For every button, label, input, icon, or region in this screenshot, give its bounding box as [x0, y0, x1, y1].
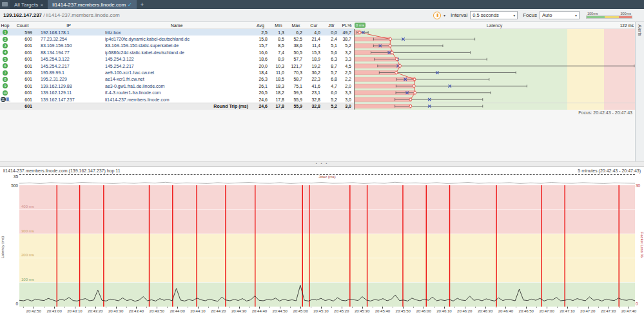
time-label: 20:44:50 [273, 309, 288, 313]
time-tick [629, 307, 629, 309]
name-cell: li1414-237.members.linode.com [102, 96, 251, 103]
tab-bar: All Targets ✕ li1414-237.members.linode.… [0, 0, 644, 9]
table-row[interactable]: 460188.134.194.77ip5886c24d.static.kabel… [0, 49, 635, 56]
cur-cell: 32,8 [305, 96, 323, 103]
time-label: 20:44:00 [170, 309, 184, 313]
minor-tick [393, 307, 393, 308]
tab-target[interactable]: li1414-237.members.linode.com ✓ [48, 0, 137, 9]
time-label: 20:43:00 [46, 309, 61, 313]
avg-cell: 18,6 [251, 56, 270, 63]
table-row[interactable]: 8601195.2.31.229ae14-xcr1.fri.cw.net26,3… [0, 76, 635, 83]
pause-dropdown-icon[interactable]: ▾ [444, 13, 445, 17]
latency-cell [354, 36, 635, 42]
ip-cell: 195.2.31.229 [35, 76, 102, 83]
pl-min-label: 0 [636, 301, 638, 306]
name-cell: ip4d1720fe.dynamic.kabel-deutschland.de [102, 36, 251, 42]
time-axis: 20:42:5020:43:0020:43:1020:43:2020:43:30… [19, 307, 635, 315]
col-header-min[interactable]: Min [270, 22, 287, 28]
timeline-svg [19, 185, 635, 307]
interval-select[interactable]: 0,5 seconds ▾ [470, 11, 518, 19]
latency-scale-widget[interactable]: 100ms 300ms [586, 12, 632, 19]
time-tick [259, 307, 260, 309]
pl-cell: 38,7 [340, 36, 354, 42]
latency-max-label: 500 [11, 183, 18, 188]
toolbar: 139.162.147.237 / li1414-237.members.lin… [0, 9, 644, 22]
jitter-trace [19, 182, 635, 183]
time-label: 20:44:40 [252, 309, 267, 313]
alerts-tab-label: Alerts [638, 25, 642, 161]
hop-cell: 7 [0, 69, 10, 76]
table-row[interactable]: 10601139.162.129.11if-4-3.router1-fra.li… [0, 90, 635, 96]
timeline-panel: li1414-237.members.linode.com (139.162.1… [0, 167, 644, 315]
min-cell: 1,3 [270, 29, 287, 36]
min-cell: 8,5 [270, 36, 287, 42]
focus-select[interactable]: Auto ▾ [540, 11, 580, 19]
col-header-cur[interactable]: Cur [305, 22, 323, 28]
min-cell: 18,3 [270, 83, 287, 89]
minor-tick [536, 307, 537, 308]
pl-cell: 5,2 [340, 43, 354, 49]
gridline-label: 200 ms [21, 253, 34, 257]
latency-header-label: Latency [487, 23, 503, 28]
alerts-tab[interactable]: Alerts [635, 22, 644, 161]
col-header-pl[interactable]: PL% [340, 22, 354, 28]
time-label: 20:42:50 [26, 309, 41, 313]
col-header-avg[interactable]: Avg [251, 22, 270, 28]
table-row[interactable]: 360183.169.159.15083-169-159-150.static.… [0, 43, 635, 49]
count-cell: 601 [10, 69, 35, 76]
hop-badge: 8 [3, 77, 8, 82]
time-label: 20:47:30 [601, 309, 616, 313]
time-tick [177, 307, 178, 309]
col-header-count[interactable]: Count [10, 22, 35, 28]
cur-cell: 11,4 [305, 43, 323, 49]
time-tick [424, 307, 424, 309]
avg-cell: 2,5 [251, 29, 270, 36]
scale-low-label: 100ms [587, 12, 598, 15]
table-row[interactable]: 6601145.254.2.217145.254.2.21720,010,312… [0, 63, 635, 69]
name-cell: 83-169-159-150.static.superkabel.de [102, 43, 251, 49]
minor-tick [290, 307, 291, 308]
col-header-name[interactable]: Name [102, 22, 251, 28]
table-row[interactable]: 5601145.254.3.122145.254.3.12218,68,957,… [0, 56, 635, 63]
max-cell: 6,2 [287, 29, 305, 36]
time-label: 20:45:10 [313, 309, 328, 313]
time-label: 20:46:00 [416, 309, 431, 313]
col-header-hop[interactable]: Hop [0, 22, 10, 28]
name-cell: if-4-3.router1-fra.linode.com [102, 90, 251, 96]
cur-cell: 32,8 [305, 103, 323, 109]
ip-cell: 145.254.2.217 [35, 63, 102, 69]
table-row[interactable]: 7601195.89.99.1ae9-100-xcr1.hac.cw.net18… [0, 69, 635, 76]
col-header-ip[interactable]: IP [35, 22, 102, 28]
pane-splitter[interactable]: • • • [0, 161, 644, 167]
table-row[interactable]: 9601139.162.129.88ae3-0.gw1.fra1.de.lino… [0, 83, 635, 89]
time-tick [95, 307, 96, 309]
minor-tick [269, 307, 270, 308]
pause-button[interactable] [433, 12, 441, 19]
timeline-plot[interactable]: 400 ms300 ms200 ms100 ms [19, 185, 635, 307]
time-tick [588, 307, 589, 309]
time-tick [362, 307, 363, 309]
table-row[interactable]: 1599192.168.178.1fritz.box2,51,36,24,00,… [0, 29, 635, 36]
max-cell: 52,5 [287, 36, 305, 42]
packet-loss-axis: 30 0 Packet Loss % [635, 174, 644, 315]
hop-badge: 2 [3, 37, 8, 42]
time-tick [280, 307, 280, 309]
time-tick [403, 307, 404, 309]
col-header-max[interactable]: Max [287, 22, 305, 28]
new-tab-button[interactable]: + [137, 0, 148, 9]
jttr-cell: 5,2 [323, 96, 340, 103]
col-header-latency[interactable]: 0 ms Latency 122 ms [354, 22, 635, 28]
count-cell: 601 [10, 90, 35, 96]
col-header-jttr[interactable]: Jttr [323, 22, 340, 28]
table-row[interactable]: 11601139.162.147.237li1414-237.members.l… [0, 96, 635, 103]
tab-all-targets[interactable]: All Targets ✕ [10, 0, 48, 9]
latency-cell [354, 96, 635, 103]
min-cell: 8,9 [270, 56, 287, 63]
latency-cell [354, 76, 635, 83]
table-row[interactable]: 260077.23.32.254ip4d1720fe.dynamic.kabel… [0, 36, 635, 42]
hop-badge: 6 [3, 63, 8, 68]
close-tab-icon[interactable]: ✕ [40, 3, 43, 7]
timeline-title: li1414-237.members.linode.com (139.162.1… [3, 168, 121, 173]
cur-cell: 4,0 [305, 29, 323, 36]
hop-cell: 6 [0, 63, 10, 69]
